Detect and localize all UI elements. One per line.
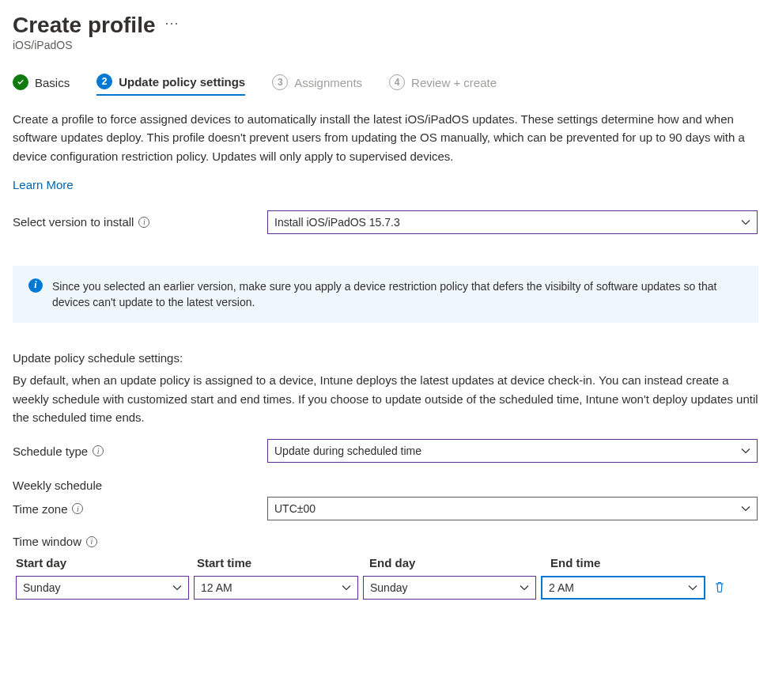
step-assignments[interactable]: 3 Assignments xyxy=(272,74,362,90)
select-version-value: Install iOS/iPadOS 15.7.3 xyxy=(274,216,400,229)
timezone-dropdown[interactable]: UTC±00 xyxy=(267,497,758,520)
info-icon[interactable]: i xyxy=(86,536,97,547)
chevron-down-icon xyxy=(172,583,182,592)
banner-text: Since you selected an earlier version, m… xyxy=(52,278,743,311)
weekly-schedule-title: Weekly schedule xyxy=(13,479,758,492)
select-version-label: Select version to install xyxy=(13,215,134,229)
start-time-dropdown[interactable]: 12 AM xyxy=(194,576,358,600)
step-label: Review + create xyxy=(411,76,497,89)
step-label: Assignments xyxy=(294,76,362,89)
end-time-dropdown[interactable]: 2 AM xyxy=(541,576,705,600)
info-icon[interactable]: i xyxy=(93,445,104,456)
version-warning-banner: i Since you selected an earlier version,… xyxy=(13,266,758,324)
header-start-time: Start time xyxy=(197,556,366,569)
step-label: Basics xyxy=(35,76,70,89)
chevron-down-icon xyxy=(688,583,697,592)
time-window-row: Sunday 12 AM Sunday 2 AM xyxy=(13,576,758,600)
start-time-value: 12 AM xyxy=(201,581,232,594)
time-window-table-header: Start day Start time End day End time xyxy=(13,556,758,569)
schedule-description: By default, when an update policy is ass… xyxy=(13,371,758,426)
chevron-down-icon xyxy=(741,446,750,456)
end-day-value: Sunday xyxy=(370,581,407,594)
intro-description: Create a profile to force assigned devic… xyxy=(13,110,758,165)
check-circle-icon xyxy=(13,74,28,90)
schedule-type-dropdown[interactable]: Update during scheduled time xyxy=(267,439,758,463)
start-day-value: Sunday xyxy=(23,581,60,594)
timezone-value: UTC±00 xyxy=(274,502,316,515)
step-review-create[interactable]: 4 Review + create xyxy=(389,74,497,90)
page-subtitle: iOS/iPadOS xyxy=(13,39,758,51)
page-title: Create profile xyxy=(13,13,156,38)
header-start-day: Start day xyxy=(16,556,194,569)
select-version-dropdown[interactable]: Install iOS/iPadOS 15.7.3 xyxy=(267,210,758,234)
end-day-dropdown[interactable]: Sunday xyxy=(363,576,536,600)
step-update-policy-settings[interactable]: 2 Update policy settings xyxy=(96,74,245,96)
start-day-dropdown[interactable]: Sunday xyxy=(16,576,189,600)
header-end-time: End time xyxy=(550,556,720,569)
step-basics[interactable]: Basics xyxy=(13,74,70,90)
chevron-down-icon xyxy=(342,583,351,592)
schedule-type-label: Schedule type xyxy=(13,445,88,458)
timezone-label: Time zone xyxy=(13,502,67,516)
delete-row-button[interactable] xyxy=(710,577,729,599)
more-options-button[interactable]: ··· xyxy=(165,16,180,35)
timewindow-label: Time window xyxy=(13,535,81,548)
info-icon: i xyxy=(28,278,43,293)
step-label: Update policy settings xyxy=(119,75,245,89)
step-number-icon: 2 xyxy=(96,74,112,89)
trash-icon xyxy=(713,581,726,593)
chevron-down-icon xyxy=(741,218,750,227)
info-icon[interactable]: i xyxy=(72,503,83,514)
end-time-value: 2 AM xyxy=(549,581,574,594)
step-number-icon: 4 xyxy=(389,74,405,90)
schedule-section-title: Update policy schedule settings: xyxy=(13,351,758,365)
info-icon[interactable]: i xyxy=(138,217,149,228)
schedule-type-value: Update during scheduled time xyxy=(274,445,421,457)
learn-more-link[interactable]: Learn More xyxy=(13,178,74,191)
chevron-down-icon xyxy=(520,583,529,592)
step-number-icon: 3 xyxy=(272,74,288,90)
wizard-steps: Basics 2 Update policy settings 3 Assign… xyxy=(13,74,758,91)
header-end-day: End day xyxy=(369,556,547,569)
chevron-down-icon xyxy=(741,504,750,513)
